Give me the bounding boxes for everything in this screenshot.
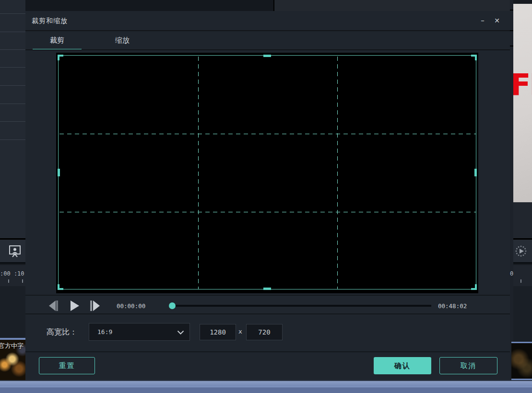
current-time: 00:00:00 (117, 302, 145, 310)
netflix-logo-fragment: FL (513, 67, 532, 102)
crop-handle-top-left[interactable] (58, 55, 63, 60)
timeline-clip-thumbnail: 官方中字 (0, 338, 25, 380)
height-input[interactable] (246, 324, 283, 340)
dialog-tabbar: 裁剪 缩放 (25, 31, 510, 49)
timeline-track-area-right (513, 286, 532, 342)
ruler-timecode-fragment: :00 :10: (0, 270, 25, 277)
cancel-button[interactable]: 取消 (439, 357, 497, 374)
crop-selection-box[interactable] (58, 55, 476, 289)
confirm-button[interactable]: 确认 (374, 357, 431, 374)
thirds-gridline-vertical (198, 57, 199, 289)
aspect-ratio-value: 16:9 (97, 328, 112, 335)
aspect-ratio-row: 高宽比： 16:9 x (25, 315, 510, 351)
timeline-toolbar-right (513, 238, 532, 264)
next-frame-icon (89, 301, 101, 311)
cancel-button-label: 取消 (461, 361, 477, 370)
timeline-ruler-right (513, 265, 532, 286)
close-icon[interactable]: ✕ (492, 15, 502, 26)
panel-divider (0, 85, 25, 86)
next-frame-button[interactable] (89, 301, 102, 311)
background-right-panel (513, 202, 532, 238)
chevron-down-icon (177, 330, 184, 335)
background-top-left (25, 0, 273, 11)
confirm-button-label: 确认 (394, 361, 411, 370)
ruler-tick (520, 279, 521, 283)
crop-handle-bottom-right[interactable] (471, 284, 477, 290)
timeline-clip-thumbnail (511, 342, 532, 380)
panel-divider (0, 67, 25, 68)
dialog-right-shadow: 0 (510, 0, 513, 380)
timeline-toolbar-left (0, 238, 25, 264)
width-input[interactable] (200, 324, 236, 340)
panel-divider (0, 139, 25, 140)
bottom-bar (0, 387, 532, 393)
panel-divider (0, 104, 25, 104)
reset-button-label: 重置 (59, 361, 75, 370)
ruler-tick (8, 279, 9, 283)
transport-bar: 00:00:00 00:48:02 (25, 295, 510, 314)
panel-divider (0, 32, 25, 32)
presenter-screen-icon (9, 245, 21, 257)
render-preview-icon (515, 245, 527, 257)
seek-slider-track[interactable] (169, 305, 431, 307)
seek-slider-handle[interactable] (169, 302, 176, 309)
crop-handle-bottom-left[interactable] (58, 284, 63, 290)
tab-zoom-label: 缩放 (115, 36, 130, 45)
duration-time: 00:48:02 (438, 302, 467, 310)
thirds-gridline-horizontal (59, 212, 476, 212)
app-window: :00 :10: 官方中字 0 FL (0, 0, 532, 393)
preview-thumbnail-netflix: FL (513, 4, 532, 202)
tab-crop[interactable]: 裁剪 (33, 31, 82, 49)
panel-divider (510, 46, 513, 46)
panel-divider (510, 30, 513, 31)
dialog-titlebar: 裁剪和缩放 – ✕ (25, 11, 510, 30)
panel-divider (0, 49, 25, 50)
crop-handle-bottom[interactable] (263, 288, 271, 290)
divider (25, 351, 510, 352)
timeline-track-area-left (0, 286, 25, 338)
crop-handle-left[interactable] (58, 169, 60, 176)
crop-handle-top[interactable] (263, 55, 271, 57)
divider (25, 49, 510, 50)
play-button[interactable] (69, 301, 82, 311)
thirds-gridline-vertical (337, 57, 338, 289)
crop-handle-top-right[interactable] (471, 55, 477, 60)
dimension-separator: x (238, 328, 242, 335)
timeline-ruler-left: :00 :10: (0, 265, 25, 286)
aspect-ratio-dropdown[interactable]: 16:9 (89, 323, 190, 341)
reset-button[interactable]: 重置 (39, 357, 95, 374)
previous-frame-button[interactable] (48, 301, 60, 311)
dialog-title: 裁剪和缩放 (32, 17, 68, 25)
background-top-right (274, 0, 510, 11)
aspect-ratio-label: 高宽比： (47, 327, 77, 337)
crop-handle-right[interactable] (474, 169, 477, 176)
play-icon (69, 301, 80, 311)
ruler-tick (22, 279, 23, 283)
tab-zoom[interactable]: 缩放 (82, 31, 163, 49)
previous-frame-icon (48, 301, 59, 311)
clip-subtitle-text: 官方中字 (0, 342, 24, 350)
panel-divider (0, 121, 25, 122)
panel-divider (0, 13, 25, 14)
minimize-icon[interactable]: – (477, 15, 488, 26)
tab-crop-label: 裁剪 (50, 36, 64, 45)
crop-zoom-dialog: 裁剪和缩放 – ✕ 裁剪 缩放 (25, 11, 510, 380)
media-list-panel (0, 0, 25, 238)
thirds-gridline-horizontal (59, 134, 476, 134)
timeline-horizontal-scrollbar[interactable] (0, 380, 532, 387)
panel-divider (510, 10, 513, 11)
